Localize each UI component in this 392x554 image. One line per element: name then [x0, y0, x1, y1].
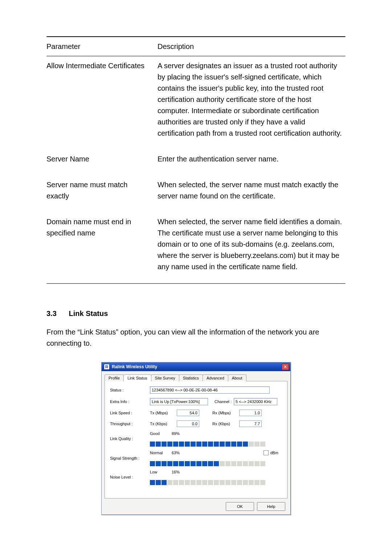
tx-kbps-value: 0.0	[177, 420, 199, 427]
section-title: Link Status	[69, 309, 108, 317]
rx-kbps-value: 7.7	[239, 420, 262, 427]
status-label: Status :	[110, 388, 150, 392]
table-row: Server Name Enter the authentication ser…	[46, 150, 346, 176]
low-label: Low	[150, 470, 172, 474]
tab-statistics[interactable]: Statistics	[179, 374, 203, 381]
link-quality-pct: 89%	[172, 431, 190, 436]
table-row: Server name must match exactly When sele…	[46, 176, 346, 213]
tab-strip: Profile Link Status Site Survey Statisti…	[105, 373, 287, 381]
noise-level-label: Noise Level :	[110, 475, 150, 479]
param-name: Domain name must end in specified name	[46, 213, 158, 283]
extra-info-label: Extra Info :	[110, 399, 150, 404]
param-desc: A server designates an issuer as a trust…	[158, 57, 346, 150]
ralink-dialog: R Ralink Wireless Utility × Profile Link…	[101, 362, 291, 515]
window-title: Ralink Wireless Utility	[112, 364, 282, 369]
good-label: Good	[150, 431, 172, 436]
link-quality-label: Link Quality :	[110, 436, 150, 441]
signal-strength-bar	[110, 461, 282, 466]
app-icon: R	[104, 364, 110, 370]
section-number: 3.3	[46, 309, 67, 318]
tx-mbps-label: Tx (Mbps)	[150, 411, 175, 415]
channel-field[interactable]: 5 <--> 2432000 KHz	[234, 398, 277, 405]
tab-about[interactable]: About	[228, 374, 246, 381]
normal-label: Normal	[150, 451, 172, 455]
link-quality-bar	[110, 442, 282, 447]
tab-link-status[interactable]: Link Status	[123, 374, 151, 381]
dbm-checkbox[interactable]	[264, 450, 269, 455]
tab-site-survey[interactable]: Site Survey	[151, 374, 179, 381]
help-button[interactable]: Help	[257, 502, 285, 511]
link-speed-label: Link Speed :	[110, 411, 150, 415]
signal-strength-label: Signal Strength :	[110, 456, 150, 460]
noise-level-pct: 16%	[172, 470, 190, 474]
rx-mbps-label: Rx (Mbps)	[212, 411, 238, 415]
col-header-description: Description	[158, 37, 346, 56]
param-desc: When selected, the server name field ide…	[158, 213, 346, 283]
throughput-label: Throughput :	[110, 422, 150, 426]
dbm-label: dBm	[270, 451, 278, 455]
param-name: Server name must match exactly	[46, 176, 158, 213]
section-intro: From the “Link Status” option, you can v…	[46, 327, 346, 349]
close-icon[interactable]: ×	[282, 364, 289, 370]
status-field[interactable]: 1234567890 <--> 00-0E-2E-00-08-46	[150, 386, 270, 394]
tab-advanced[interactable]: Advanced	[203, 374, 228, 381]
param-name: Allow Intermediate Certificates	[46, 57, 158, 150]
ok-button[interactable]: OK	[226, 502, 254, 511]
titlebar[interactable]: R Ralink Wireless Utility ×	[102, 362, 290, 371]
rx-mbps-value: 1.0	[239, 410, 262, 416]
param-name: Server Name	[46, 150, 158, 176]
table-row: Domain name must end in specified name W…	[46, 213, 346, 283]
param-desc: When selected, the server name must matc…	[158, 176, 346, 213]
param-desc: Enter the authentication server name.	[158, 150, 346, 176]
tx-mbps-value: 54.0	[177, 410, 199, 416]
noise-level-bar	[110, 480, 282, 485]
signal-strength-pct: 63%	[172, 451, 190, 455]
tab-profile[interactable]: Profile	[105, 374, 124, 381]
rx-kbps-label: Rx (Kbps)	[212, 422, 238, 426]
table-row: Allow Intermediate Certificates A server…	[46, 57, 346, 150]
tx-kbps-label: Tx (Kbps)	[150, 422, 175, 426]
section-heading: 3.3 Link Status	[46, 309, 346, 318]
parameter-table: Parameter Description Allow Intermediate…	[46, 37, 346, 283]
channel-label: Channel :	[215, 399, 232, 404]
extra-info-field[interactable]: Link is Up [TxPower:100%]	[150, 398, 208, 405]
col-header-parameter: Parameter	[46, 37, 158, 56]
